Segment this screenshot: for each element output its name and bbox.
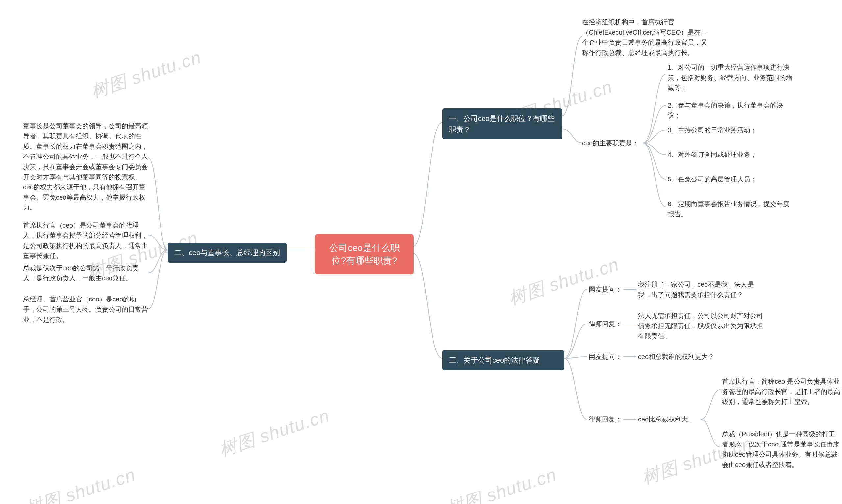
qa4-label: 律师回复：: [589, 414, 625, 425]
qa1-label: 网友提问：: [589, 284, 625, 294]
qa4-text: ceo比总裁权利大。: [638, 414, 702, 425]
branch1-duty-1: 1、对公司的一切重大经营运作事项进行决策，包括对财务、经营方向、业务范围的增减等…: [668, 62, 793, 93]
branch1-duty-5: 5、任免公司的高层管理人员；: [668, 174, 793, 184]
qa2-text: 法人无需承担责任，公司以公司财产对公司债务承担无限责任，股权仅以出资为限承担有限…: [638, 311, 763, 341]
branch2-para-3: 总裁是仅次于ceo的公司第二号行政负责人，是行政负责人，一般由ceo兼任。: [23, 263, 148, 283]
qa1-text: 我注册了一家公司，ceo不是我，法人是我，出了问题我需要承担什么责任？: [638, 280, 763, 300]
branch1-duty-4: 4、对外签订合同或处理业务；: [668, 149, 793, 160]
branch1-duty-2: 2、参与董事会的决策，执行董事会的决议；: [668, 100, 793, 121]
qa2-label: 律师回复：: [589, 319, 625, 329]
branch-3[interactable]: 三、关于公司ceo的法律答疑: [442, 350, 564, 370]
branch-1[interactable]: 一、公司ceo是什么职位？有哪些职责？: [442, 108, 562, 139]
branch-2[interactable]: 二、ceo与董事长、总经理的区别: [168, 242, 287, 263]
branch2-para-4: 总经理、首席营业官（coo）是ceo的助手，公司的第三号人物。负责公司的日常营业…: [23, 294, 148, 325]
watermark: 树图 shutu.cn: [443, 463, 560, 504]
watermark: 树图 shutu.cn: [22, 463, 139, 504]
watermark: 树图 shutu.cn: [216, 404, 333, 462]
root-node[interactable]: 公司ceo是什么职位?有哪些职责?: [315, 234, 414, 274]
branch1-intro: 在经济组织机构中，首席执行官（ChiefExecutiveOfficer,缩写C…: [582, 17, 707, 58]
branch1-duty-3: 3、主持公司的日常业务活动；: [668, 125, 793, 135]
qa4-extra-2: 总裁（President）也是一种高级的打工者形态，仅次于ceo,通常是董事长任…: [722, 429, 840, 470]
qa4-extra-1: 首席执行官，简称ceo,是公司负责具体业务管理的最高行政长官，是打工者的最高级别…: [722, 376, 840, 407]
branch2-para-2: 首席执行官（ceo）是公司董事会的代理人，执行董事会授予的部分经营管理权利，是公…: [23, 220, 148, 261]
branch2-para-1: 董事长是公司董事会的领导，公司的最高领导者。其职责具有组织、协调、代表的性质。董…: [23, 121, 148, 213]
qa3-text: ceo和总裁谁的权利更大？: [638, 352, 763, 362]
mindmap-canvas: 树图 shutu.cn 树图 shutu.cn 树图 shutu.cn 树图 s…: [0, 0, 842, 504]
watermark: 树图 shutu.cn: [505, 252, 622, 311]
branch1-duties-label: ceo的主要职责是：: [582, 138, 645, 148]
branch1-duty-6: 6、定期向董事会报告业务情况，提交年度报告。: [668, 199, 793, 219]
watermark: 树图 shutu.cn: [88, 46, 204, 104]
qa3-label: 网友提问：: [589, 352, 625, 362]
